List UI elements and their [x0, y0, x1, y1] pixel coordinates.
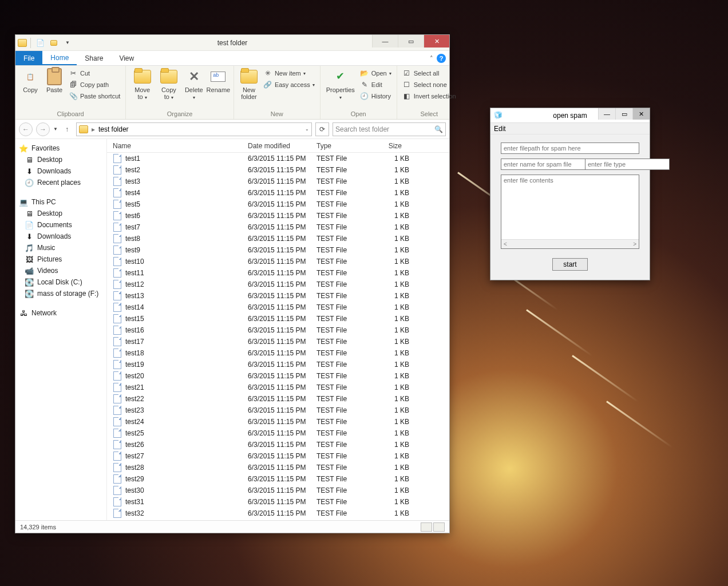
new-item-button[interactable]: ✳New item ▾ [262, 68, 316, 78]
qat-customize-dropdown[interactable]: ▼ [62, 37, 73, 49]
easy-access-button[interactable]: 🔗Easy access ▾ [262, 80, 316, 90]
cut-button[interactable]: ✂Cut [67, 68, 122, 78]
sidebar-item[interactable]: 🖥Desktop [15, 154, 106, 165]
file-row[interactable]: test66/3/2015 11:15 PMTEST File1 KB [107, 210, 449, 221]
file-row[interactable]: test206/3/2015 11:15 PMTEST File1 KB [107, 370, 449, 382]
copy-to-button[interactable]: Copy to ▾ [156, 67, 181, 102]
tab-home[interactable]: Home [42, 51, 77, 65]
sidebar-network-head[interactable]: 🖧Network [15, 307, 106, 319]
sidebar-this-pc-head[interactable]: 💻This PC [15, 196, 106, 208]
file-row[interactable]: test226/3/2015 11:15 PMTEST File1 KB [107, 393, 449, 405]
select-none-button[interactable]: ☐Select none [401, 80, 458, 90]
collapse-ribbon-icon[interactable]: ˄ [430, 55, 433, 62]
copy-button[interactable]: 📋Copy [19, 67, 42, 94]
tab-file[interactable]: File [15, 51, 42, 65]
horizontal-scrollbar[interactable]: <> [501, 239, 639, 248]
close-button[interactable]: ✕ [424, 35, 449, 47]
tab-view[interactable]: View [111, 51, 142, 65]
file-row[interactable]: test96/3/2015 11:15 PMTEST File1 KB [107, 244, 449, 256]
menu-edit[interactable]: Edit [494, 125, 506, 133]
file-row[interactable]: test86/3/2015 11:15 PMTEST File1 KB [107, 233, 449, 244]
paste-button[interactable]: Paste [43, 67, 66, 94]
file-row[interactable]: test316/3/2015 11:15 PMTEST File1 KB [107, 496, 449, 508]
window-titlebar[interactable]: 📄 ▼ test folder — ▭ ✕ [15, 35, 449, 51]
properties-button[interactable]: ✔Properties ▾ [324, 67, 357, 102]
breadcrumb[interactable]: test folder [98, 125, 129, 133]
sidebar-item[interactable]: 🖼Pictures [15, 254, 106, 265]
move-to-button[interactable]: Move to ▾ [129, 67, 155, 102]
sidebar-favorites-head[interactable]: ⭐Favorites [15, 142, 106, 154]
file-row[interactable]: test176/3/2015 11:15 PMTEST File1 KB [107, 336, 449, 347]
file-row[interactable]: test196/3/2015 11:15 PMTEST File1 KB [107, 359, 449, 370]
file-row[interactable]: test36/3/2015 11:15 PMTEST File1 KB [107, 176, 449, 187]
file-row[interactable]: test76/3/2015 11:15 PMTEST File1 KB [107, 221, 449, 233]
file-row[interactable]: test306/3/2015 11:15 PMTEST File1 KB [107, 485, 449, 496]
file-row[interactable]: test26/3/2015 11:15 PMTEST File1 KB [107, 164, 449, 176]
file-row[interactable]: test116/3/2015 11:15 PMTEST File1 KB [107, 267, 449, 279]
column-date[interactable]: Date modified [248, 142, 316, 150]
spam-maximize-button[interactable]: ▭ [615, 108, 632, 120]
sidebar-item[interactable]: 🖥Desktop [15, 208, 106, 219]
maximize-button[interactable]: ▭ [398, 35, 424, 47]
open-button[interactable]: 📂Open ▾ [358, 68, 393, 78]
sidebar-item[interactable]: 📹Videos [15, 265, 106, 276]
details-view-button[interactable] [421, 522, 432, 532]
address-dropdown[interactable]: ⌄ [305, 126, 309, 132]
file-row[interactable]: test146/3/2015 11:15 PMTEST File1 KB [107, 302, 449, 313]
sidebar-item[interactable]: 💽mass of storage (F:) [15, 288, 106, 299]
qat-properties-icon[interactable]: 📄 [34, 37, 46, 49]
file-list[interactable]: test16/3/2015 11:15 PMTEST File1 KBtest2… [107, 153, 449, 520]
tab-share[interactable]: Share [77, 51, 111, 65]
file-row[interactable]: test286/3/2015 11:15 PMTEST File1 KB [107, 462, 449, 473]
qat-newfolder-icon[interactable] [48, 37, 60, 49]
rename-button[interactable]: Rename [207, 67, 230, 94]
spam-titlebar[interactable]: 🧊 open spam — ▭ ✕ [490, 108, 650, 123]
minimize-button[interactable]: — [372, 35, 398, 47]
file-row[interactable]: test136/3/2015 11:15 PMTEST File1 KB [107, 290, 449, 302]
sidebar-item[interactable]: 💽Local Disk (C:) [15, 276, 106, 288]
new-folder-button[interactable]: New folder [238, 67, 260, 101]
start-button[interactable]: start [552, 258, 587, 271]
sidebar-item[interactable]: ⬇Downloads [15, 165, 106, 177]
filepath-input[interactable] [501, 142, 639, 154]
file-row[interactable]: test156/3/2015 11:15 PMTEST File1 KB [107, 313, 449, 324]
refresh-button[interactable]: ⟳ [315, 122, 329, 136]
spam-close-button[interactable]: ✕ [632, 108, 650, 120]
history-dropdown[interactable]: ▼ [53, 126, 58, 132]
file-row[interactable]: test126/3/2015 11:15 PMTEST File1 KB [107, 279, 449, 290]
back-button[interactable]: ← [19, 122, 33, 136]
file-row[interactable]: test186/3/2015 11:15 PMTEST File1 KB [107, 347, 449, 359]
help-icon[interactable]: ? [437, 54, 446, 63]
forward-button[interactable]: → [36, 122, 50, 136]
file-row[interactable]: test276/3/2015 11:15 PMTEST File1 KB [107, 450, 449, 462]
filename-input[interactable] [501, 159, 585, 170]
contents-textarea[interactable] [501, 175, 639, 239]
file-row[interactable]: test56/3/2015 11:15 PMTEST File1 KB [107, 199, 449, 210]
file-row[interactable]: test256/3/2015 11:15 PMTEST File1 KB [107, 427, 449, 439]
sidebar-item[interactable]: 🕘Recent places [15, 177, 106, 188]
column-type[interactable]: Type [316, 142, 377, 150]
filetype-input[interactable] [585, 159, 670, 170]
file-row[interactable]: test46/3/2015 11:15 PMTEST File1 KB [107, 187, 449, 199]
select-all-button[interactable]: ☑Select all [401, 68, 458, 78]
spam-minimize-button[interactable]: — [598, 108, 615, 120]
navigation-pane[interactable]: ⭐Favorites 🖥Desktop⬇Downloads🕘Recent pla… [15, 139, 107, 520]
file-row[interactable]: test166/3/2015 11:15 PMTEST File1 KB [107, 324, 449, 336]
invert-selection-button[interactable]: ◧Invert selection [401, 91, 458, 101]
file-row[interactable]: test216/3/2015 11:15 PMTEST File1 KB [107, 382, 449, 393]
delete-button[interactable]: ✕Delete ▾ [183, 67, 205, 102]
file-row[interactable]: test16/3/2015 11:15 PMTEST File1 KB [107, 153, 449, 164]
file-row[interactable]: test246/3/2015 11:15 PMTEST File1 KB [107, 416, 449, 427]
edit-button[interactable]: ✎Edit [358, 80, 393, 90]
icons-view-button[interactable] [433, 522, 445, 532]
search-input[interactable]: Search test folder 🔍 [333, 122, 446, 136]
sidebar-item[interactable]: 🎵Music [15, 242, 106, 254]
address-bar[interactable]: ▸ test folder ⌄ [76, 122, 312, 136]
file-row[interactable]: test236/3/2015 11:15 PMTEST File1 KB [107, 405, 449, 416]
file-row[interactable]: test106/3/2015 11:15 PMTEST File1 KB [107, 256, 449, 267]
up-button[interactable]: ↑ [61, 124, 73, 135]
history-button[interactable]: 🕘History [358, 91, 393, 101]
file-row[interactable]: test296/3/2015 11:15 PMTEST File1 KB [107, 473, 449, 485]
sidebar-item[interactable]: ⬇Downloads [15, 231, 106, 242]
column-size[interactable]: Size [377, 142, 420, 150]
